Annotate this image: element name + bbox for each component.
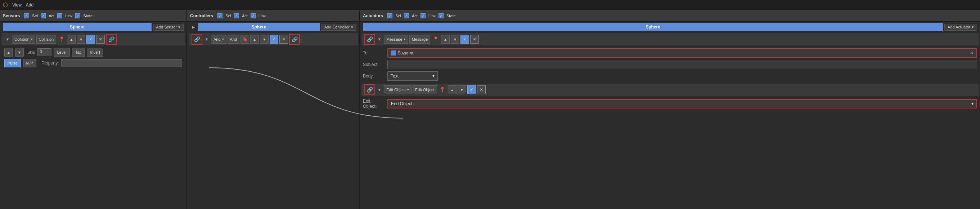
act1-expand[interactable]: ▼ — [376, 35, 383, 44]
act-link-checkbox[interactable] — [420, 13, 426, 18]
body-dropdown[interactable]: Text ▾ — [387, 71, 438, 81]
ctrl-type-dropdown-1[interactable]: And ▾ — [211, 35, 226, 44]
act-link-label: Link — [428, 14, 436, 18]
ctrl-link-right-button[interactable]: 🔗 — [289, 34, 300, 45]
sensor-type-dropdown-1[interactable]: Collision ▾ — [12, 35, 35, 44]
act2-delete-button[interactable]: ✕ — [477, 85, 486, 94]
act-act-label: Act — [412, 14, 418, 18]
sensors-sel-checkbox[interactable] — [24, 13, 29, 18]
sensors-act-checkbox[interactable] — [41, 13, 46, 18]
act2-enable-button[interactable]: ✓ — [467, 85, 476, 94]
ctrl-enable-button[interactable]: ✓ — [270, 35, 278, 44]
blender-logo: ⬡ — [3, 2, 8, 8]
menu-view[interactable]: View — [12, 3, 22, 8]
sensor-skip-input[interactable]: 0 — [37, 48, 51, 56]
sensor-mp-button[interactable]: M/P — [23, 59, 37, 67]
sensor-skip-down[interactable]: ▼ — [15, 48, 24, 57]
controllers-sphere-bar[interactable]: Sphere — [198, 23, 320, 31]
sensor-property-label: Property: — [41, 61, 59, 65]
to-label: To: — [363, 51, 385, 56]
sensors-act-label: Act — [49, 14, 54, 18]
act2-link-left-button[interactable]: 🔗 — [364, 84, 375, 95]
sensor-skip-up[interactable]: ▲ — [4, 48, 13, 57]
ctrl-link-left-button[interactable]: 🔗 — [191, 34, 202, 45]
sensor-pin-button[interactable]: 📍 — [57, 35, 66, 44]
ctrl-sel-checkbox[interactable] — [218, 13, 223, 18]
add-controller-button[interactable]: Add Controller ▾ — [321, 24, 356, 30]
message-subject-row: Subject: — [363, 60, 977, 69]
subject-label: Subject: — [363, 62, 385, 67]
body-label: Body: — [363, 73, 385, 78]
sensor-property-input[interactable] — [61, 59, 182, 67]
act-state-label: State — [446, 14, 456, 18]
sensor-link-button[interactable]: 🔗 — [106, 34, 117, 45]
sensors-sel-label: Sel — [32, 14, 38, 18]
sensors-link-checkbox[interactable] — [57, 13, 62, 18]
ctrl-down-button[interactable]: ▼ — [260, 35, 269, 44]
edit-object-dropdown[interactable]: End Object ▾ — [387, 99, 977, 108]
act1-type-chevron: ▾ — [404, 37, 406, 41]
sensors-link-label: Link — [65, 14, 72, 18]
ctrl-act-label: Act — [242, 14, 248, 18]
act2-up-button[interactable]: ▲ — [448, 85, 457, 94]
act2-type-dropdown-2[interactable]: Edit Object — [413, 85, 437, 94]
act-sel-label: Sel — [395, 14, 401, 18]
sensor-invert-button[interactable]: Invert — [87, 48, 103, 57]
sensor-expand[interactable]: ▼ — [4, 35, 11, 44]
sensors-title: Sensors — [3, 13, 20, 18]
message-actuator-detail: To: Suzanne ✕ Subject: Body: Text — [360, 46, 980, 83]
actuators-sphere-bar[interactable]: Sphere — [363, 23, 943, 31]
sensors-header: Sensors Sel Act Link State — [0, 10, 186, 22]
edit-object-actuator-detail: Edit Object: End Object ▾ — [360, 97, 980, 111]
sensor-down-button[interactable]: ▼ — [77, 35, 85, 44]
sensor-type-dropdown-2[interactable]: Collision — [37, 35, 57, 44]
act1-link-left-button[interactable]: 🔗 — [364, 34, 375, 45]
sensors-state-checkbox[interactable] — [75, 13, 80, 18]
controllers-title: Controllers — [190, 13, 213, 18]
act1-up-button[interactable]: ▲ — [441, 35, 450, 44]
ctrl-act-checkbox[interactable] — [234, 13, 239, 18]
act1-down-button[interactable]: ▼ — [451, 35, 460, 44]
menu-add[interactable]: Add — [26, 3, 33, 8]
message-body-row: Body: Text ▾ — [363, 71, 977, 81]
ctrl-link-label: Link — [258, 14, 266, 18]
to-cube-icon — [391, 51, 396, 56]
act1-enable-button[interactable]: ✓ — [460, 35, 469, 44]
act-sel-checkbox[interactable] — [387, 13, 393, 18]
edit-object-chevron-icon: ▾ — [971, 101, 974, 106]
ctrl-type-dropdown-2[interactable]: And — [228, 35, 240, 44]
ctrl-play-icon[interactable]: ▶ — [190, 25, 197, 30]
sensor-skip-label: Skip — [27, 50, 35, 54]
sensor-up-button[interactable]: ▲ — [67, 35, 76, 44]
act2-expand[interactable]: ▼ — [376, 85, 383, 94]
sensor-tap-button[interactable]: Tap — [72, 48, 85, 57]
act1-delete-button[interactable]: ✕ — [470, 35, 479, 44]
ctrl-expand[interactable]: ▼ — [204, 35, 210, 44]
sensors-sphere-bar[interactable]: Sphere — [3, 23, 151, 31]
act2-down-button[interactable]: ▼ — [458, 85, 466, 94]
ctrl-type-chevron: ▾ — [222, 37, 224, 41]
add-sensor-button[interactable]: Add Sensor ▾ — [153, 24, 184, 30]
act2-type-dropdown-1[interactable]: Edit Object ▾ — [384, 85, 412, 94]
sensor-level-button[interactable]: Level — [54, 48, 70, 57]
sensor-enable-button[interactable]: ✓ — [86, 35, 95, 44]
ctrl-up-button[interactable]: ▲ — [250, 35, 259, 44]
controllers-panel: Controllers Sel Act Link ▶ Sphere Add Co… — [187, 10, 360, 209]
ctrl-delete-button[interactable]: ✕ — [279, 35, 288, 44]
sensor-pulse-button[interactable]: Pulse — [4, 59, 21, 67]
act1-type-dropdown-1[interactable]: Message ▾ — [384, 35, 408, 44]
act2-pin-button[interactable]: 📍 — [438, 85, 447, 94]
sensor-delete-button[interactable]: ✕ — [96, 35, 105, 44]
to-clear-button[interactable]: ✕ — [970, 51, 974, 56]
ctrl-bookmark-button[interactable]: 🔖 — [240, 35, 249, 44]
act-state-checkbox[interactable] — [439, 13, 444, 18]
act-act-checkbox[interactable] — [404, 13, 409, 18]
add-actuator-button[interactable]: Add Actuator ▾ — [944, 24, 977, 30]
to-field[interactable]: Suzanne ✕ — [387, 48, 977, 57]
ctrl-link-checkbox[interactable] — [251, 13, 256, 18]
subject-input[interactable] — [387, 60, 977, 69]
ctrl-sel-label: Sel — [225, 14, 231, 18]
act1-pin-button[interactable]: 📍 — [431, 35, 440, 44]
act1-type-dropdown-2[interactable]: Message — [409, 35, 431, 44]
edit-object-value: End Object — [391, 101, 412, 106]
